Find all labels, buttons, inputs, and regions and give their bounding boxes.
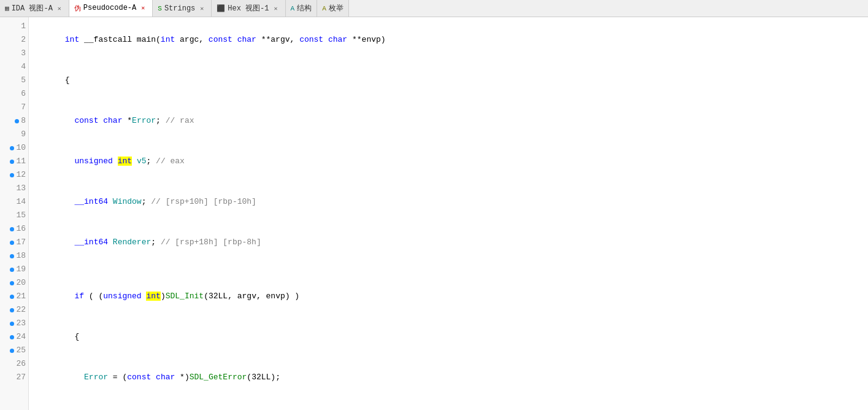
comment-3: // rax [166,116,194,125]
highlighted-int-4: int [118,157,132,166]
tab-struct-icon: A [291,5,295,12]
ln-18: 18 [0,249,28,263]
ln-19: 19 [0,263,28,276]
ln-17: 17 [0,236,28,249]
kw-int-2: int [161,35,175,44]
code-line-10: Error = (const char *)SDL_GetError(32LL)… [36,357,868,398]
var-error: Error [132,116,156,125]
tab-pseudo-close[interactable]: ✕ [139,4,147,12]
ln-9: 9 [0,128,28,141]
tab-hex-label: Hex 视图-1 [228,3,269,14]
code-line-8: if ( (unsigned int)SDL_Init(32LL, argv, … [36,276,868,317]
tab-ida-view[interactable]: ▦ IDA 视图-A ✕ [0,0,69,17]
tab-struct-label: 结构 [297,3,312,14]
ln-7: 7 [0,101,28,114]
ln-26: 26 [0,357,28,371]
ln-22: 22 [0,303,28,317]
var-renderer-6: Renderer [113,238,151,247]
func-sdlinit: SDL_Init [166,292,204,301]
tab-strings-label: Strings [164,4,195,13]
ln-1: 1 [0,20,28,33]
comment-4: // eax [156,157,185,166]
tab-strings[interactable]: S Strings ✕ [153,0,212,17]
kw-char-1: char [237,35,256,44]
code-line-6: __int64 Renderer; // [rsp+18h] [rbp-8h] [36,222,868,263]
kw-char-10: char [156,373,175,382]
tab-enums-icon: A [322,5,326,12]
tab-ida-close[interactable]: ✕ [55,4,64,13]
comment-6: // [rsp+18h] [rbp-8h] [161,238,261,247]
var-error-10: Error [84,373,108,382]
tab-enums-label: 枚举 [329,3,344,14]
tab-hex[interactable]: ⬛ Hex 视图-1 ✕ [212,0,285,17]
tab-hex-close[interactable]: ✕ [272,4,280,13]
tab-ida-label: IDA 视图-A [12,3,53,14]
ln-8: 8 [0,114,28,128]
ln-21: 21 [0,290,28,303]
ln-4: 4 [0,60,28,74]
ln-14: 14 [0,195,28,209]
tab-pseudo-icon: 伪 [74,4,81,13]
kw-char-3: char [103,116,122,125]
ln-25: 25 [0,344,28,357]
code-col: int __fastcall main(int argc, const char… [29,17,868,410]
tab-hex-icon: ⬛ [217,4,225,12]
kw-unsigned-4: unsigned [74,157,112,166]
ln-3: 3 [0,47,28,60]
ln-11: 11 [0,155,28,168]
kw-int64-6: __int64 [74,238,108,247]
kw-const-1: const [209,35,232,44]
tab-struct[interactable]: A 结构 [286,0,318,17]
tab-enums[interactable]: A 枚举 [317,0,349,17]
ln-24: 24 [0,330,28,344]
tab-pseudo-label: Pseudocode-A [83,4,136,12]
tab-pseudocode[interactable]: 伪 Pseudocode-A ✕ [69,0,153,17]
ln-10: 10 [0,141,28,155]
highlighted-int-8: int [146,292,160,301]
ln-6: 6 [0,87,28,101]
ln-23: 23 [0,317,28,330]
comment-5: // [rsp+10h] [rbp-10h] [151,197,256,206]
code-line-9: { [36,317,868,357]
ln-16: 16 [0,222,28,236]
ln-12: 12 [0,168,28,182]
line-numbers-col: 1 2 3 4 5 6 7 8 9 10 11 12 13 14 15 16 1… [0,17,29,410]
var-v5: v5 [137,157,147,166]
kw-const-10: const [127,373,151,382]
code-line-4: unsigned int v5; // eax [36,141,868,182]
kw-int-1: int [65,35,79,44]
code-line-3: const char *Error; // rax [36,101,868,141]
kw-int64-5: __int64 [74,197,108,206]
kw-const-3: const [74,116,98,125]
ln-27: 27 [0,371,28,384]
kw-char-2: char [328,35,347,44]
kw-const-2: const [299,35,323,44]
ln-13: 13 [0,182,28,195]
tab-strings-close[interactable]: ✕ [198,4,206,13]
tab-strings-icon: S [158,5,162,12]
code-area: 1 2 3 4 5 6 7 8 9 10 11 12 13 14 15 16 1… [0,17,868,410]
tab-bar: ▦ IDA 视图-A ✕ 伪 Pseudocode-A ✕ S Strings … [0,0,868,17]
kw-unsigned-8: unsigned [103,292,141,301]
ln-20: 20 [0,276,28,290]
code-line-5: __int64 Window; // [rsp+10h] [rbp-10h] [36,182,868,222]
code-line-11: printf("SDL_Init Error: %s\n", Error); [36,398,868,410]
ln-5: 5 [0,74,28,87]
var-window-5: Window [113,197,142,206]
ln-15: 15 [0,209,28,222]
tab-ida-icon: ▦ [5,4,9,12]
code-line-2: { [36,60,868,101]
code-line-7 [36,263,868,276]
code-line-1: int __fastcall main(int argc, const char… [36,20,868,60]
ln-2: 2 [0,33,28,47]
kw-if-8: if [74,292,84,301]
func-geterror: SDL_GetError [190,373,247,382]
